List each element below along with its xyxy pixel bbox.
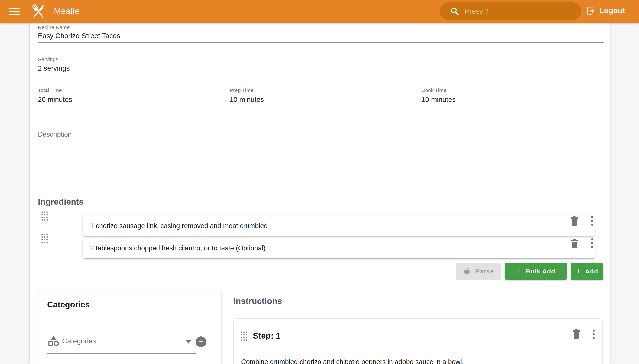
categories-card-title: Categories [47, 300, 90, 310]
ingredient-actions: Parse + Bulk Add + Add [456, 262, 603, 280]
ingredient-menu-icon[interactable] [591, 238, 593, 248]
delete-ingredient-icon[interactable] [570, 216, 579, 226]
recipe-sheet: Recipe Name Easy Chorizo Street Tacos Se… [30, 23, 609, 364]
drag-handle-icon[interactable] [41, 211, 48, 221]
add-label: Add [585, 268, 598, 275]
total-time-underline [38, 108, 222, 108]
plus-icon: + [199, 336, 203, 346]
logout-label: Logout [599, 7, 625, 15]
mealie-recipe-editor: Mealie Press '/' Logout Recipe Name Easy… [0, 0, 639, 364]
prep-time-label: Prep Time [230, 87, 254, 93]
ingredient-menu-icon[interactable] [591, 216, 593, 226]
categories-select-underline [47, 353, 196, 354]
drag-handle-icon[interactable] [241, 331, 248, 341]
parse-button[interactable]: Parse [456, 262, 501, 280]
divider [43, 316, 217, 316]
ingredient-input[interactable]: 1 chorizo sausage link, casing removed a… [83, 216, 594, 236]
logout-icon [586, 6, 595, 16]
delete-step-icon[interactable] [572, 329, 581, 339]
cook-time-underline [421, 108, 604, 108]
cook-time-input[interactable]: 10 minutes [421, 96, 456, 104]
instruction-step-card: Step: 1 Combine crumbled chorizo and chi… [233, 318, 602, 364]
plus-icon: + [516, 266, 522, 276]
search-icon [450, 7, 459, 16]
add-ingredient-button[interactable]: + Add [571, 262, 603, 280]
instructions-heading: Instructions [233, 296, 282, 306]
plus-icon: + [576, 266, 581, 276]
cook-time-label: Cook Time [421, 87, 446, 93]
categories-card: Categories Categories + [38, 292, 222, 364]
description-textarea[interactable]: Description [38, 131, 72, 138]
bulk-add-label: Bulk Add [526, 268, 555, 275]
categories-select[interactable]: Categories [62, 337, 96, 345]
app-title: Mealie [54, 6, 80, 16]
prep-time-input[interactable]: 10 minutes [230, 96, 264, 104]
bulk-add-button[interactable]: + Bulk Add [505, 262, 567, 280]
app-bar: Mealie Press '/' Logout [0, 0, 639, 23]
ingredient-text: 1 chorizo sausage link, casing removed a… [90, 222, 268, 230]
servings-input[interactable]: 2 servings [38, 64, 70, 72]
menu-icon[interactable] [9, 8, 20, 16]
recipe-name-underline [38, 42, 604, 43]
logout-button[interactable]: Logout [586, 6, 625, 16]
add-category-button[interactable]: + [196, 336, 206, 347]
total-time-label: Total Time [38, 87, 62, 93]
drag-handle-icon[interactable] [41, 233, 48, 243]
total-time-input[interactable]: 20 minutes [38, 96, 72, 104]
step-text-input[interactable]: Combine crumbled chorizo and chipotle pe… [241, 358, 464, 364]
search-input[interactable]: Press '/' [440, 2, 581, 20]
servings-underline [38, 74, 604, 75]
delete-ingredient-icon[interactable] [570, 238, 579, 248]
step-title: Step: 1 [253, 331, 280, 340]
chevron-down-icon[interactable] [186, 340, 191, 344]
step-menu-icon[interactable] [593, 330, 594, 339]
ingredients-heading: Ingredients [38, 197, 84, 207]
apple-icon [463, 267, 471, 276]
recipe-name-label: Recipe Name [38, 24, 70, 30]
category-shapes-icon [48, 335, 59, 346]
servings-label: Servings [38, 56, 58, 62]
ingredient-input[interactable]: 2 tablespoons chopped fresh cilantro, or… [83, 238, 594, 258]
mealie-logo-icon [30, 2, 47, 20]
search-placeholder: Press '/' [465, 7, 490, 16]
parse-label: Parse [476, 268, 494, 275]
recipe-name-input[interactable]: Easy Chorizo Street Tacos [38, 32, 120, 40]
ingredient-text: 2 tablespoons chopped fresh cilantro, or… [90, 244, 265, 252]
description-underline [38, 186, 604, 186]
prep-time-underline [230, 108, 413, 108]
